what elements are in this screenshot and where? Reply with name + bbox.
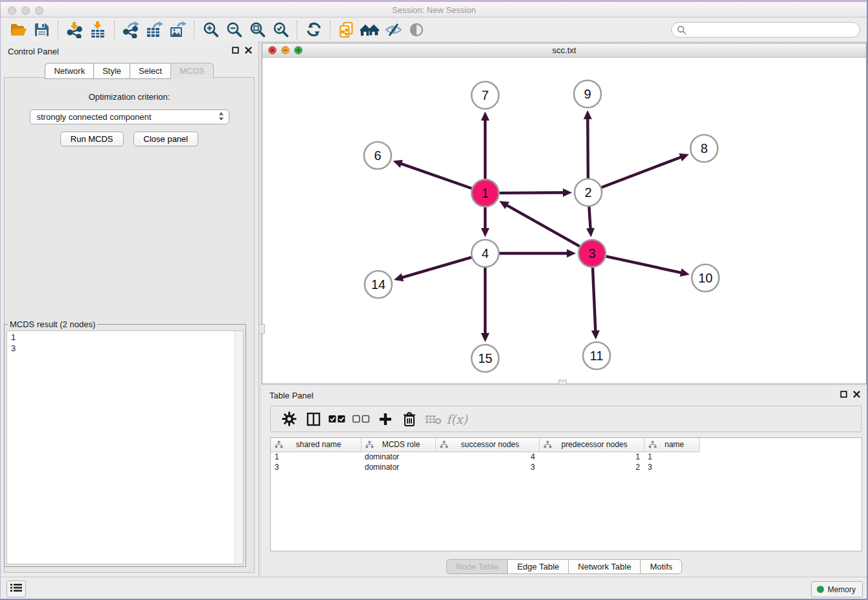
edge-arrow-4-14 bbox=[394, 273, 404, 281]
cell-successor-nodes[interactable]: 3 bbox=[435, 462, 539, 472]
toolbar-separator bbox=[58, 21, 58, 39]
deselect-all-icon[interactable] bbox=[349, 407, 373, 432]
graph-node-label-14: 14 bbox=[371, 277, 385, 292]
zoom-out-icon[interactable] bbox=[222, 19, 246, 40]
select-all-icon[interactable] bbox=[325, 407, 349, 432]
close-panel-button[interactable]: Close panel bbox=[133, 132, 199, 146]
optimization-criterion-select[interactable]: strongly connected component bbox=[30, 110, 229, 124]
edge-3-10[interactable] bbox=[606, 257, 682, 273]
tab-select[interactable]: Select bbox=[130, 63, 170, 79]
float-table-panel-icon[interactable] bbox=[840, 391, 847, 398]
tab-edge-table[interactable]: Edge Table bbox=[507, 559, 568, 574]
tab-style[interactable]: Style bbox=[93, 63, 130, 79]
toolbar-separator bbox=[194, 21, 194, 39]
column-header-MCDS-role[interactable]: MCDS role bbox=[361, 438, 435, 452]
control-panel-title: Control Panel bbox=[8, 47, 59, 56]
cell-predecessor-nodes[interactable]: 2 bbox=[539, 462, 644, 472]
open-session-icon[interactable] bbox=[6, 19, 30, 40]
edge-1-2[interactable] bbox=[499, 192, 565, 193]
add-column-icon[interactable] bbox=[373, 407, 397, 432]
horizontal-splitter-handle[interactable] bbox=[558, 380, 567, 385]
cell-shared-name[interactable]: 3 bbox=[271, 462, 361, 472]
zoom-selected-icon[interactable] bbox=[269, 19, 292, 40]
edge-3-11[interactable] bbox=[593, 268, 595, 332]
table-settings-icon[interactable] bbox=[277, 407, 301, 432]
graph-node-label-4: 4 bbox=[481, 246, 488, 260]
task-history-button[interactable] bbox=[6, 581, 26, 597]
network-window-titlebar: scc.txt bbox=[262, 43, 866, 58]
save-session-icon[interactable] bbox=[30, 19, 53, 40]
table-tabs: Node TableEdge TableNetwork TableMotifs bbox=[262, 559, 867, 574]
edge-1-6[interactable] bbox=[400, 163, 472, 189]
hierarchy-icon bbox=[543, 441, 552, 448]
close-table-panel-icon[interactable] bbox=[853, 391, 860, 398]
vertical-splitter-handle[interactable] bbox=[258, 324, 265, 334]
mcds-result-area[interactable]: 1 3 bbox=[6, 330, 244, 564]
column-header-predecessor-nodes[interactable]: predecessor nodes bbox=[539, 438, 644, 452]
tab-node-table[interactable]: Node Table bbox=[446, 559, 508, 574]
column-header-shared-name[interactable]: shared name bbox=[271, 438, 361, 452]
hierarchy-icon bbox=[648, 441, 657, 448]
edge-4-14[interactable] bbox=[401, 257, 472, 278]
tab-mcds[interactable]: MCDS bbox=[170, 63, 213, 79]
main-toolbar bbox=[0, 17, 868, 42]
hide-selected-icon[interactable] bbox=[382, 19, 405, 40]
mcds-result-group: MCDS result (2 nodes) 1 3 bbox=[4, 319, 246, 567]
first-neighbors-icon[interactable] bbox=[358, 19, 382, 40]
tab-network[interactable]: Network bbox=[45, 63, 93, 79]
network-canvas[interactable]: 7968124314101511 bbox=[262, 58, 866, 384]
import-table-icon[interactable] bbox=[86, 19, 109, 40]
table-panel: Table Panel f(x) shared nameMCDS rolesuc… bbox=[262, 386, 867, 577]
refresh-layout-icon[interactable] bbox=[302, 19, 325, 40]
graph-node-label-6: 6 bbox=[374, 148, 381, 163]
export-image-icon[interactable] bbox=[166, 19, 189, 40]
tab-motifs[interactable]: Motifs bbox=[640, 559, 682, 574]
column-header-successor-nodes[interactable]: successor nodes bbox=[435, 438, 539, 452]
network-graph[interactable]: 7968124314101511 bbox=[262, 58, 866, 384]
graph-node-label-10: 10 bbox=[698, 271, 713, 285]
edge-2-8[interactable] bbox=[602, 157, 683, 187]
edge-2-9[interactable] bbox=[588, 117, 588, 178]
edge-3-1[interactable] bbox=[505, 205, 579, 247]
clone-network-icon[interactable] bbox=[335, 19, 358, 40]
edge-2-3[interactable] bbox=[589, 207, 590, 230]
cell-MCDS-role[interactable]: dominator bbox=[361, 462, 435, 472]
cell-name[interactable]: 1 bbox=[644, 452, 699, 462]
import-network-icon[interactable] bbox=[63, 19, 86, 40]
export-table-icon[interactable] bbox=[143, 19, 166, 40]
table-panel-header: Table Panel bbox=[262, 386, 867, 404]
cell-MCDS-role[interactable]: dominator bbox=[361, 452, 435, 462]
select-stepper-icon bbox=[218, 111, 224, 123]
edge-arrow-1-6 bbox=[393, 160, 403, 168]
result-scrollbar[interactable] bbox=[234, 331, 243, 564]
run-mcds-button[interactable]: Run MCDS bbox=[60, 132, 124, 146]
window-titlebar: Session: New Session bbox=[0, 0, 868, 17]
status-bar: Memory bbox=[0, 577, 868, 600]
zoom-in-icon[interactable] bbox=[199, 19, 222, 40]
hierarchy-icon bbox=[365, 441, 374, 448]
cell-filler bbox=[699, 452, 861, 462]
column-header-name[interactable]: name bbox=[644, 438, 699, 452]
panel-columns-icon[interactable] bbox=[301, 407, 325, 432]
memory-status-icon bbox=[817, 586, 824, 593]
edge-arrow-1-7 bbox=[481, 111, 490, 121]
cell-predecessor-nodes[interactable]: 1 bbox=[539, 452, 644, 462]
table-row[interactable]: 1dominator411 bbox=[271, 452, 861, 462]
memory-button[interactable]: Memory bbox=[811, 581, 863, 597]
float-panel-icon[interactable] bbox=[232, 47, 239, 54]
show-all-icon[interactable] bbox=[405, 19, 428, 40]
cell-shared-name[interactable]: 1 bbox=[271, 452, 361, 462]
cell-name[interactable]: 3 bbox=[644, 462, 699, 472]
search-input[interactable] bbox=[671, 22, 860, 38]
toolbar-separator bbox=[114, 21, 115, 39]
zoom-fit-icon[interactable] bbox=[246, 19, 269, 40]
delete-column-icon[interactable] bbox=[397, 407, 421, 432]
node-table-viewport[interactable]: shared nameMCDS rolesuccessor nodesprede… bbox=[270, 437, 862, 551]
column-header-filler bbox=[699, 438, 861, 452]
search-icon bbox=[677, 25, 687, 38]
cell-successor-nodes[interactable]: 4 bbox=[435, 452, 539, 462]
table-row[interactable]: 3dominator323 bbox=[271, 462, 861, 472]
export-network-icon[interactable] bbox=[119, 19, 143, 40]
close-panel-icon[interactable] bbox=[245, 47, 252, 54]
tab-network-table[interactable]: Network Table bbox=[568, 559, 640, 574]
